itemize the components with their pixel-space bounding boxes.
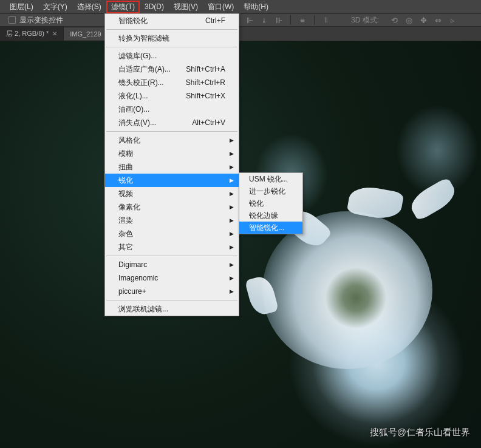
menu-view[interactable]: 视图(V) — [169, 1, 203, 13]
menu-item[interactable]: 风格化▶ — [105, 134, 239, 147]
document-tab-1[interactable]: 层 2, RGB/8) * ✕ — [0, 27, 64, 41]
submenu-item[interactable]: 进一步锐化 — [239, 185, 302, 197]
menu-shortcut: Shift+Ctrl+X — [186, 92, 225, 100]
menu-item-label: 锐化 — [118, 175, 133, 186]
menu-filter[interactable]: 滤镜(T) — [106, 1, 140, 13]
menu-select[interactable]: 选择(S) — [72, 1, 106, 13]
align-icon-1[interactable]: ⊩ — [244, 15, 256, 25]
distribute-icon-1[interactable]: ≡ — [296, 15, 309, 25]
watermark: 搜狐号@仁者乐山看世界 — [370, 427, 470, 438]
menu-item-label: 转换为智能滤镜 — [118, 33, 169, 44]
menu-item[interactable]: 像素化▶ — [105, 200, 239, 214]
canvas-area[interactable] — [0, 41, 481, 448]
submenu-item[interactable]: 锐化 — [239, 197, 302, 209]
chevron-right-icon: ▶ — [230, 204, 234, 210]
sharpen-submenu: USM 锐化...进一步锐化锐化锐化边缘智能锐化... — [239, 172, 303, 234]
menu-item-label: 自适应广角(A)... — [118, 64, 171, 75]
3d-slide-icon[interactable]: ⇔ — [432, 15, 444, 25]
image-content — [262, 211, 432, 369]
menu-window[interactable]: 窗口(W) — [203, 1, 239, 13]
image-content — [406, 177, 460, 222]
menu-item[interactable]: 锐化▶ — [105, 174, 239, 187]
menu-layer[interactable]: 图层(L) — [5, 1, 38, 13]
menu-item-label: 液化(L)... — [118, 91, 148, 101]
chevron-right-icon: ▶ — [230, 151, 234, 157]
menu-shortcut: Shift+Ctrl+R — [186, 78, 225, 87]
submenu-item[interactable]: 锐化边缘 — [239, 209, 302, 222]
menu-item[interactable]: 自适应广角(A)...Shift+Ctrl+A — [105, 63, 239, 76]
menu-item-label: 像素化 — [118, 202, 140, 212]
menu-shortcut: Shift+Ctrl+A — [186, 65, 225, 73]
menu-item-label: piccure+ — [118, 287, 146, 296]
document-tabs: 层 2, RGB/8) * ✕ IMG_2129 — [0, 27, 481, 41]
chevron-right-icon: ▶ — [230, 244, 234, 250]
menu-item[interactable]: 杂色▶ — [105, 227, 239, 240]
menu-separator — [106, 47, 237, 47]
chevron-right-icon: ▶ — [230, 137, 234, 143]
separator — [290, 15, 291, 25]
3d-zoom-icon[interactable]: ▹ — [446, 15, 459, 25]
chevron-right-icon: ▶ — [230, 231, 234, 237]
menu-item[interactable]: 消失点(V)...Alt+Ctrl+V — [105, 116, 239, 129]
menu-item[interactable]: 浏览联机滤镜... — [105, 302, 239, 316]
menu-item[interactable]: piccure+▶ — [105, 285, 239, 298]
3d-pan-icon[interactable]: ✥ — [417, 15, 429, 25]
menu-item-label: 镜头校正(R)... — [118, 78, 164, 88]
menu-item-label: 模糊 — [118, 149, 133, 159]
menu-item-label: Imagenomic — [118, 274, 158, 282]
menu-item[interactable]: 智能锐化Ctrl+F — [105, 14, 239, 27]
3d-orbit-icon[interactable]: ⟲ — [388, 15, 400, 25]
align-icon-3[interactable]: ⊪ — [273, 15, 285, 25]
menu-item[interactable]: 滤镜库(G)... — [105, 49, 239, 63]
menu-item-label: 渲染 — [118, 216, 133, 226]
menu-item[interactable]: 其它▶ — [105, 240, 239, 254]
menu-item[interactable]: 油画(O)... — [105, 103, 239, 116]
transform-controls-checkbox[interactable] — [9, 16, 16, 24]
menu-item[interactable]: 扭曲▶ — [105, 160, 239, 174]
filter-dropdown-menu: 智能锐化Ctrl+F转换为智能滤镜滤镜库(G)...自适应广角(A)...Shi… — [104, 13, 239, 316]
transform-controls-label: 显示变换控件 — [19, 15, 63, 25]
menu-item[interactable]: Digimarc▶ — [105, 258, 239, 271]
tab-label: 层 2, RGB/8) * — [6, 29, 49, 38]
chevron-right-icon: ▶ — [230, 177, 234, 183]
mode3d-label: 3D 模式: — [351, 15, 379, 25]
submenu-item[interactable]: USM 锐化... — [239, 173, 302, 185]
menu-item[interactable]: 渲染▶ — [105, 214, 239, 227]
menu-item-label: 风格化 — [118, 135, 140, 146]
separator — [314, 15, 315, 25]
menubar: 图层(L) 文字(Y) 选择(S) 滤镜(T) 3D(D) 视图(V) 窗口(W… — [0, 0, 481, 13]
tab-label: IMG_2129 — [70, 30, 101, 38]
align-icon-2[interactable]: ⫰ — [258, 15, 270, 25]
distribute-icon-2[interactable]: ⫴ — [320, 15, 332, 25]
menu-item-label: 油画(O)... — [118, 104, 149, 115]
menu-item-label: 浏览联机滤镜... — [118, 304, 168, 314]
chevron-right-icon: ▶ — [230, 262, 234, 268]
menu-item[interactable]: Imagenomic▶ — [105, 271, 239, 285]
menu-shortcut: Ctrl+F — [205, 16, 225, 25]
menu-3d[interactable]: 3D(D) — [140, 1, 169, 12]
menu-item-label: 杂色 — [118, 229, 133, 239]
menu-text[interactable]: 文字(Y) — [38, 1, 72, 13]
document-tab-2[interactable]: IMG_2129 — [64, 28, 107, 40]
menu-item-label: 其它 — [118, 242, 133, 253]
menu-item[interactable]: 镜头校正(R)...Shift+Ctrl+R — [105, 76, 239, 89]
menu-item[interactable]: 液化(L)...Shift+Ctrl+X — [105, 89, 239, 103]
menu-separator — [106, 256, 237, 256]
chevron-right-icon: ▶ — [230, 275, 234, 281]
3d-roll-icon[interactable]: ◎ — [403, 15, 415, 25]
menu-item-label: 消失点(V)... — [118, 118, 156, 128]
menu-help[interactable]: 帮助(H) — [239, 1, 273, 13]
menu-item-label: 视频 — [118, 189, 133, 199]
close-icon[interactable]: ✕ — [52, 30, 57, 37]
submenu-item[interactable]: 智能锐化... — [239, 222, 302, 234]
menu-item-label: 扭曲 — [118, 162, 133, 172]
menu-separator — [106, 29, 237, 30]
chevron-right-icon: ▶ — [230, 164, 234, 170]
menu-separator — [106, 300, 237, 300]
menu-shortcut: Alt+Ctrl+V — [192, 118, 225, 127]
menu-separator — [106, 131, 237, 132]
menu-item-label: 智能锐化 — [118, 16, 148, 26]
menu-item[interactable]: 视频▶ — [105, 187, 239, 200]
menu-item[interactable]: 模糊▶ — [105, 147, 239, 160]
menu-item[interactable]: 转换为智能滤镜 — [105, 32, 239, 45]
